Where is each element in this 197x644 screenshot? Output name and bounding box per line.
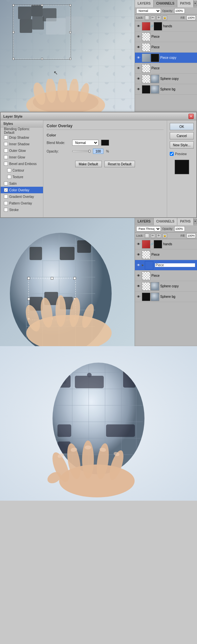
checkbox-pattern-overlay[interactable] bbox=[4, 201, 8, 205]
style-item-inner-shadow[interactable]: Inner Shadow bbox=[1, 141, 43, 147]
style-item-gradient-overlay[interactable]: Gradient Overlay bbox=[1, 193, 43, 200]
lock-image-btn-3[interactable]: ✏ bbox=[151, 233, 155, 238]
style-item-drop-shadow[interactable]: Drop Shadow bbox=[1, 134, 43, 141]
panel-menu-button-3[interactable]: ≡ bbox=[194, 219, 197, 224]
handle-bottom-middle[interactable] bbox=[41, 58, 43, 60]
opacity-slider[interactable] bbox=[72, 148, 90, 154]
layer-eye-piece-copy[interactable]: 👁 bbox=[136, 56, 141, 60]
reset-default-button[interactable]: Reset to Default bbox=[104, 161, 135, 167]
make-default-button[interactable]: Make Default bbox=[75, 161, 102, 167]
layer-row-piece-1[interactable]: 👁 Piece bbox=[135, 32, 197, 42]
handle-bottom-left[interactable] bbox=[12, 58, 14, 60]
blend-mode-select-3[interactable]: Pass Through Normal bbox=[136, 226, 161, 231]
layer-eye-hands-1[interactable]: 👁 bbox=[136, 24, 141, 29]
checkbox-outer-glow[interactable] bbox=[4, 149, 8, 153]
layer-rename-input[interactable]: Piece bbox=[154, 263, 196, 268]
checkbox-color-overlay[interactable]: ✓ bbox=[4, 188, 8, 192]
style-item-outer-glow[interactable]: Outer Glow bbox=[1, 147, 43, 154]
layer-eye-sphere-bg-3[interactable]: 👁 bbox=[136, 295, 141, 299]
handle-middle-right[interactable] bbox=[69, 31, 71, 33]
lock-all-btn[interactable]: 🔒 bbox=[163, 15, 167, 20]
style-item-stroke[interactable]: Stroke bbox=[1, 206, 43, 213]
lock-all-btn-3[interactable]: 🔒 bbox=[163, 233, 167, 238]
checkbox-satin[interactable] bbox=[4, 181, 8, 185]
layer-eye-sphere-copy[interactable]: 👁 bbox=[136, 77, 141, 81]
blend-mode-select-1[interactable]: Normal Multiply Screen bbox=[136, 8, 161, 13]
preview-checkbox[interactable] bbox=[170, 152, 174, 156]
tab-layers-1[interactable]: LAYERS bbox=[135, 0, 154, 7]
layer-row-sphere-bg-3[interactable]: 👁 Sphere bg bbox=[135, 292, 197, 302]
checkbox-bevel-emboss[interactable] bbox=[4, 162, 8, 166]
handle-middle-left[interactable] bbox=[12, 31, 14, 33]
opacity-value-input[interactable] bbox=[93, 149, 103, 154]
style-item-color-overlay[interactable]: ✓ Color Overlay bbox=[1, 187, 43, 193]
opacity-input-3[interactable] bbox=[174, 226, 185, 231]
style-item-blending-options[interactable]: Blending Options: Default bbox=[1, 128, 43, 134]
style-item-bevel-emboss[interactable]: Bevel and Emboss bbox=[1, 160, 43, 167]
opacity-input-1[interactable] bbox=[174, 8, 185, 13]
dialog-close-button[interactable]: ✕ bbox=[188, 114, 194, 119]
checkbox-stroke[interactable] bbox=[4, 208, 8, 212]
style-item-texture[interactable]: Texture bbox=[1, 174, 43, 180]
layer-eye-piece-1[interactable]: 👁 bbox=[136, 35, 141, 39]
checkbox-gradient-overlay[interactable] bbox=[4, 195, 8, 199]
panel-menu-button-1[interactable]: ≡ bbox=[194, 1, 197, 6]
tab-paths-3[interactable]: PATHS bbox=[177, 218, 193, 225]
layer-row-piece-2[interactable]: 👁 Piece bbox=[135, 42, 197, 53]
color-overlay-swatch[interactable] bbox=[101, 140, 109, 146]
style-item-pattern-overlay[interactable]: Pattern Overlay bbox=[1, 200, 43, 206]
lock-transparent-btn-3[interactable]: ⬜ bbox=[145, 233, 149, 238]
layer-row-piece-3a[interactable]: 👁 Piece bbox=[135, 250, 197, 260]
style-item-satin[interactable]: Satin bbox=[1, 180, 43, 187]
layer-eye-sphere-bg[interactable]: 👁 bbox=[136, 87, 141, 92]
layer-eye-piece-group[interactable]: 👁 bbox=[136, 263, 141, 268]
cursor-arrow: ↖ bbox=[54, 70, 57, 74]
layer-row-piece-copy[interactable]: 👁 Piece copy bbox=[135, 53, 197, 63]
tab-channels-3[interactable]: CHANNELS bbox=[154, 218, 178, 225]
checkbox-drop-shadow[interactable] bbox=[4, 135, 8, 139]
layer-row-piece-3b[interactable]: 👁 Piece bbox=[135, 271, 197, 281]
checkbox-inner-glow[interactable] bbox=[4, 155, 8, 159]
lock-image-btn[interactable]: ✏ bbox=[151, 15, 155, 20]
tab-layers-3[interactable]: LAYERS bbox=[135, 218, 154, 225]
lock-position-btn[interactable]: ✛ bbox=[157, 15, 161, 20]
layer-row-hands-1[interactable]: 👁 🔗 hands bbox=[135, 21, 197, 32]
opacity-thumb[interactable] bbox=[89, 150, 90, 153]
handle-top-right[interactable] bbox=[69, 4, 71, 6]
layer-eye-piece-3[interactable]: 👁 bbox=[136, 66, 141, 71]
handle-top-left[interactable] bbox=[12, 4, 14, 6]
cancel-button[interactable]: Cancel bbox=[170, 132, 194, 139]
layer-eye-piece-2[interactable]: 👁 bbox=[136, 45, 141, 50]
lock-transparent-btn[interactable]: ⬜ bbox=[145, 15, 149, 20]
style-item-contour[interactable]: Contour bbox=[1, 167, 43, 174]
selection-box-1[interactable] bbox=[13, 5, 71, 59]
layer-row-hands-3[interactable]: 👁 🔗 hands bbox=[135, 239, 197, 250]
checkbox-inner-shadow[interactable] bbox=[4, 142, 8, 146]
layer-row-sphere-copy-3[interactable]: 👁 Sphere copy bbox=[135, 281, 197, 292]
layer-row-sphere-bg[interactable]: 👁 Sphere bg bbox=[135, 84, 197, 95]
fill-input-1[interactable] bbox=[186, 15, 196, 20]
opacity-row: Opacity: % bbox=[47, 148, 164, 154]
color-overlay-blend-select[interactable]: Normal Multiply bbox=[72, 140, 98, 146]
layer-eye-sphere-copy-3[interactable]: 👁 bbox=[136, 284, 141, 289]
handle-top-middle[interactable] bbox=[41, 4, 43, 6]
layer-eye-hands-3[interactable]: 👁 bbox=[136, 242, 141, 247]
checkbox-texture[interactable] bbox=[7, 175, 11, 179]
tab-channels-1[interactable]: CHANNELS bbox=[154, 0, 178, 7]
fill-input-3[interactable] bbox=[186, 233, 196, 238]
layer-eye-piece-3b[interactable]: 👁 bbox=[136, 274, 141, 278]
handle-bottom-right[interactable] bbox=[69, 58, 71, 60]
layer-row-piece-3[interactable]: 👁 Piece bbox=[135, 63, 197, 74]
layers-list-3: 👁 🔗 hands 👁 Piece 👁 ▶ Piece bbox=[135, 239, 197, 346]
layer-row-sphere-copy[interactable]: 👁 Sphere copy bbox=[135, 74, 197, 84]
layer-row-piece-group[interactable]: 👁 ▶ Piece bbox=[135, 260, 197, 271]
opacity-label-1: Opacity: bbox=[162, 9, 173, 12]
layer-eye-piece-3a[interactable]: 👁 bbox=[136, 252, 141, 257]
tab-paths-1[interactable]: PATHS bbox=[177, 0, 193, 7]
ok-button[interactable]: OK bbox=[170, 123, 194, 130]
group-expand-arrow[interactable]: ▶ bbox=[142, 264, 144, 267]
new-style-button[interactable]: New Style... bbox=[170, 141, 194, 149]
lock-position-btn-3[interactable]: ✛ bbox=[157, 233, 161, 238]
style-item-inner-glow[interactable]: Inner Glow bbox=[1, 154, 43, 160]
checkbox-contour[interactable] bbox=[7, 168, 11, 172]
